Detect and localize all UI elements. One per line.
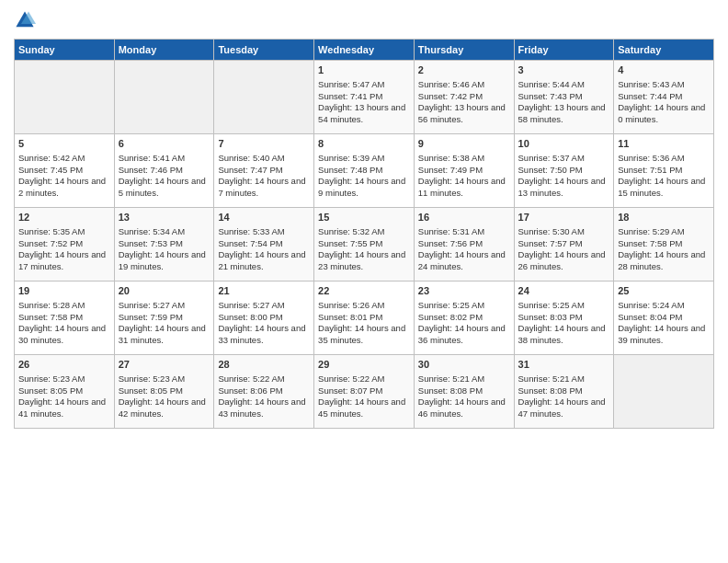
sunset-text: Sunset: 7:50 PM [518,165,583,175]
daylight-text: Daylight: 14 hours and 13 minutes. [518,176,606,198]
calendar-cell: 24Sunrise: 5:25 AMSunset: 8:03 PMDayligh… [514,282,614,355]
calendar-cell: 5Sunrise: 5:42 AMSunset: 7:45 PMDaylight… [15,134,115,208]
calendar-week-3: 19Sunrise: 5:28 AMSunset: 7:58 PMDayligh… [15,282,714,355]
calendar-cell: 1Sunrise: 5:47 AMSunset: 7:41 PMDaylight… [314,61,415,134]
sunset-text: Sunset: 8:00 PM [218,312,282,322]
sunset-text: Sunset: 8:04 PM [618,312,682,322]
day-number: 1 [318,63,410,77]
daylight-text: Daylight: 14 hours and 41 minutes. [18,396,106,419]
calendar-cell: 12Sunrise: 5:35 AMSunset: 7:52 PMDayligh… [15,208,115,282]
header [14,9,714,31]
logo [14,9,40,31]
day-number: 31 [518,358,610,372]
daylight-text: Daylight: 14 hours and 45 minutes. [318,396,405,419]
sunrise-text: Sunrise: 5:34 AM [119,226,185,236]
sunset-text: Sunset: 7:58 PM [618,238,682,248]
sunrise-text: Sunrise: 5:25 AM [518,300,585,310]
sunrise-text: Sunrise: 5:27 AM [119,300,185,310]
col-header-friday: Friday [514,40,614,61]
daylight-text: Daylight: 13 hours and 58 minutes. [518,102,606,124]
logo-icon [14,9,36,31]
sunrise-text: Sunrise: 5:23 AM [119,373,185,384]
day-number: 5 [18,137,110,151]
calendar-cell [614,355,714,429]
day-number: 18 [618,211,710,224]
sunrise-text: Sunrise: 5:44 AM [518,79,585,89]
daylight-text: Daylight: 14 hours and 11 minutes. [418,176,506,198]
sunrise-text: Sunrise: 5:46 AM [418,79,484,89]
day-number: 13 [119,211,210,224]
daylight-text: Daylight: 14 hours and 47 minutes. [518,396,606,419]
sunrise-text: Sunrise: 5:21 AM [418,373,484,384]
calendar-cell: 25Sunrise: 5:24 AMSunset: 8:04 PMDayligh… [614,282,714,355]
daylight-text: Daylight: 14 hours and 38 minutes. [518,323,606,345]
day-number: 26 [18,358,110,372]
day-number: 6 [119,137,210,151]
sunset-text: Sunset: 8:06 PM [218,385,282,396]
day-number: 25 [618,284,710,298]
calendar-cell [114,61,214,134]
sunrise-text: Sunrise: 5:27 AM [218,300,284,310]
sunset-text: Sunset: 8:08 PM [418,385,483,396]
calendar-week-1: 5Sunrise: 5:42 AMSunset: 7:45 PMDaylight… [15,134,714,208]
sunset-text: Sunset: 7:42 PM [418,91,483,101]
daylight-text: Daylight: 14 hours and 23 minutes. [318,249,405,271]
sunrise-text: Sunrise: 5:40 AM [218,153,284,163]
sunset-text: Sunset: 8:01 PM [318,312,382,322]
day-number: 28 [218,358,310,372]
daylight-text: Daylight: 13 hours and 54 minutes. [318,102,405,124]
daylight-text: Daylight: 14 hours and 31 minutes. [119,323,206,345]
sunset-text: Sunset: 8:07 PM [318,385,382,396]
calendar-cell: 30Sunrise: 5:21 AMSunset: 8:08 PMDayligh… [414,355,514,429]
col-header-saturday: Saturday [614,40,714,61]
day-number: 29 [318,358,410,372]
calendar-cell: 4Sunrise: 5:43 AMSunset: 7:44 PMDaylight… [614,61,714,134]
sunrise-text: Sunrise: 5:42 AM [18,153,85,163]
day-number: 12 [18,211,110,224]
sunset-text: Sunset: 7:56 PM [418,238,483,248]
day-number: 7 [218,137,310,151]
calendar-cell: 19Sunrise: 5:28 AMSunset: 7:58 PMDayligh… [15,282,115,355]
calendar-cell: 14Sunrise: 5:33 AMSunset: 7:54 PMDayligh… [214,208,314,282]
calendar-cell [15,61,115,134]
daylight-text: Daylight: 14 hours and 35 minutes. [318,323,405,345]
calendar-cell: 6Sunrise: 5:41 AMSunset: 7:46 PMDaylight… [114,134,214,208]
calendar-cell: 31Sunrise: 5:21 AMSunset: 8:08 PMDayligh… [514,355,614,429]
sunrise-text: Sunrise: 5:47 AM [318,79,384,89]
sunset-text: Sunset: 7:54 PM [218,238,282,248]
col-header-wednesday: Wednesday [314,40,415,61]
daylight-text: Daylight: 14 hours and 43 minutes. [218,396,305,419]
calendar-cell: 13Sunrise: 5:34 AMSunset: 7:53 PMDayligh… [114,208,214,282]
calendar-cell: 26Sunrise: 5:23 AMSunset: 8:05 PMDayligh… [15,355,115,429]
calendar-cell: 29Sunrise: 5:22 AMSunset: 8:07 PMDayligh… [314,355,415,429]
day-number: 8 [318,137,410,151]
sunrise-text: Sunrise: 5:22 AM [218,373,284,384]
calendar-cell: 8Sunrise: 5:39 AMSunset: 7:48 PMDaylight… [314,134,415,208]
daylight-text: Daylight: 14 hours and 9 minutes. [318,176,405,198]
daylight-text: Daylight: 14 hours and 33 minutes. [218,323,305,345]
sunrise-text: Sunrise: 5:25 AM [418,300,484,310]
sunset-text: Sunset: 7:53 PM [119,238,183,248]
calendar-cell: 3Sunrise: 5:44 AMSunset: 7:43 PMDaylight… [514,61,614,134]
daylight-text: Daylight: 14 hours and 0 minutes. [618,102,705,124]
calendar-cell: 21Sunrise: 5:27 AMSunset: 8:00 PMDayligh… [214,282,314,355]
sunset-text: Sunset: 7:47 PM [218,165,282,175]
sunrise-text: Sunrise: 5:24 AM [618,300,684,310]
calendar-cell: 11Sunrise: 5:36 AMSunset: 7:51 PMDayligh… [614,134,714,208]
day-number: 27 [119,358,210,372]
calendar-cell: 9Sunrise: 5:38 AMSunset: 7:49 PMDaylight… [414,134,514,208]
sunrise-text: Sunrise: 5:28 AM [18,300,85,310]
sunrise-text: Sunrise: 5:43 AM [618,79,684,89]
sunset-text: Sunset: 7:48 PM [318,165,382,175]
calendar-cell: 18Sunrise: 5:29 AMSunset: 7:58 PMDayligh… [614,208,714,282]
col-header-monday: Monday [114,40,214,61]
daylight-text: Daylight: 14 hours and 7 minutes. [218,176,305,198]
sunrise-text: Sunrise: 5:35 AM [18,226,85,236]
sunset-text: Sunset: 7:51 PM [618,165,682,175]
calendar-cell: 23Sunrise: 5:25 AMSunset: 8:02 PMDayligh… [414,282,514,355]
calendar-week-4: 26Sunrise: 5:23 AMSunset: 8:05 PMDayligh… [15,355,714,429]
day-number: 4 [618,63,710,77]
sunrise-text: Sunrise: 5:21 AM [518,373,585,384]
day-number: 21 [218,284,310,298]
calendar-cell: 27Sunrise: 5:23 AMSunset: 8:05 PMDayligh… [114,355,214,429]
